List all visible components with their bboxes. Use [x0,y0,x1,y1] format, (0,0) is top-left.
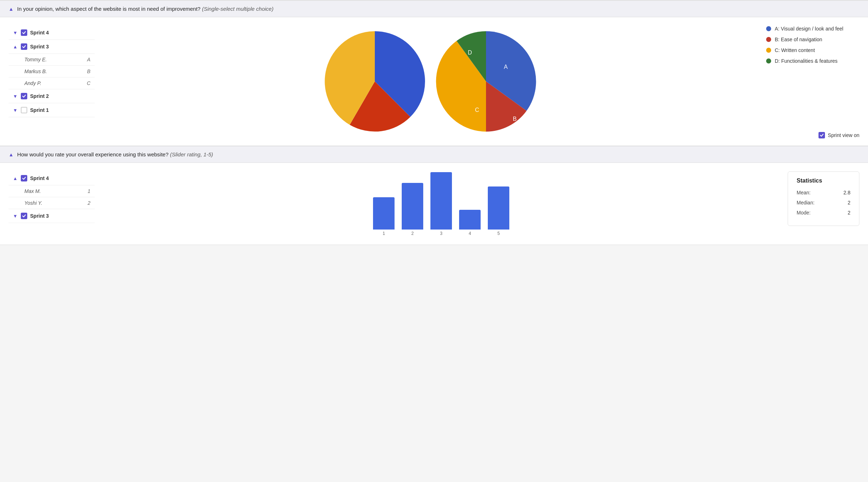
pie-label-b: B [513,116,517,122]
bar-label-2: 2 [411,231,414,236]
sprint3-item-q1[interactable]: ▲ Sprint 3 [9,40,95,54]
sprint3-label-q1: Sprint 3 [30,44,49,49]
question1-type: (Single-select multiple choice) [202,6,273,12]
question1-body: ▼ Sprint 4 ▲ Sprint 3 Tommy E. A [0,17,868,146]
median-value: 2 [848,200,850,205]
sprint1-checkbox-q1[interactable] [21,107,27,113]
bar-label-5: 5 [497,231,500,236]
yoshi-answer-q2: 2 [88,200,90,206]
markus-answer-q1: B [87,68,90,74]
statistics-panel: Statistics Mean: 2.8 Median: 2 Mode: 2 [788,171,859,226]
max-name-q2: Max M. [24,188,88,194]
legend-label-b: B: Ease of navigation [775,37,822,42]
bar-5 [488,186,509,230]
legend-dot-c [766,48,771,53]
sprint4-item-q1[interactable]: ▼ Sprint 4 [9,26,95,40]
question2-title-text: How would you rate your overall experien… [17,151,169,157]
question2-title: How would you rate your overall experien… [17,151,213,157]
question2-content: ▲ Sprint 4 Max M. 1 Yoshi Y. 2 ▼ [9,171,859,236]
question2-chevron[interactable]: ▲ [9,152,14,157]
sprint2-checkbox-q1[interactable] [21,93,27,99]
mean-value: 2.8 [844,190,850,195]
stats-median: Median: 2 [797,200,850,205]
sprint1-item-q1[interactable]: ▼ Sprint 1 [9,103,95,117]
legend-item-a: A: Visual design / look and feel [766,26,859,32]
legend-label-d: D: Functionalities & features [775,58,838,64]
sprint3-checkbox-q1[interactable] [21,43,27,50]
respondent-markus-q1: Markus B. B [9,66,95,77]
respondent-andy-q1: Andy P. C [9,77,95,89]
question1-sprint-list: ▼ Sprint 4 ▲ Sprint 3 Tommy E. A [9,26,95,117]
bar-col-5: 5 [488,186,509,236]
legend-dot-a [766,26,771,31]
question2-type: (Slider rating, 1-5) [170,151,213,157]
pie-label-c: C [475,107,479,113]
bar-label-4: 4 [469,231,471,236]
pie-label-a: A [504,64,508,70]
sprint4-label-q1: Sprint 4 [30,30,49,36]
sprint-view-checkbox-q1[interactable] [819,132,825,138]
bar-4 [459,210,481,230]
bar-label-1: 1 [383,231,385,236]
question1-header[interactable]: ▲ In your opinion, which aspect of the w… [0,0,868,17]
sprint3-chevron-q1: ▲ [13,44,18,49]
sprint4-chevron-q1: ▼ [13,30,18,36]
yoshi-name-q2: Yoshi Y. [24,200,88,206]
bar-1 [373,197,395,230]
question1-title-text: In your opinion, which aspect of the web… [17,6,201,12]
sprint4-checkbox-q1[interactable] [21,29,27,36]
andy-answer-q1: C [87,80,90,86]
question1-legend: A: Visual design / look and feel B: Ease… [766,26,859,69]
mode-value: 2 [848,210,850,216]
bar-2 [402,183,423,230]
sprint4-label-q2: Sprint 4 [30,175,49,181]
question1-pie-chart: A B C D [109,26,752,137]
respondent-yoshi-q2: Yoshi Y. 2 [9,197,95,209]
sprint2-item-q1[interactable]: ▼ Sprint 2 [9,89,95,103]
question1-chevron[interactable]: ▲ [9,6,14,12]
sprint3-label-q2: Sprint 3 [30,213,49,219]
respondent-max-q2: Max M. 1 [9,185,95,197]
sprint3-item-q2[interactable]: ▼ Sprint 3 [9,209,95,223]
legend-item-c: C: Written content [766,47,859,53]
sprint3-checkbox-q2[interactable] [21,213,27,219]
stats-title: Statistics [797,178,850,184]
bar-col-4: 4 [459,210,481,236]
bar-col-1: 1 [373,197,395,236]
sprint1-chevron-q1: ▼ [13,108,18,113]
pie-chart-final: A B C D [430,26,542,137]
question2-header[interactable]: ▲ How would you rate your overall experi… [0,146,868,163]
sprint2-chevron-q1: ▼ [13,94,18,99]
mean-label: Mean: [797,190,811,195]
sprint4-checkbox-q2[interactable] [21,175,27,181]
stats-mean: Mean: 2.8 [797,190,850,195]
legend-dot-b [766,37,771,42]
markus-name-q1: Markus B. [24,68,87,74]
question1-content: ▼ Sprint 4 ▲ Sprint 3 Tommy E. A [9,26,859,137]
sprint2-label-q1: Sprint 2 [30,93,49,99]
mode-label: Mode: [797,210,811,216]
respondent-tommy-q1: Tommy E. A [9,54,95,66]
bar-label-3: 3 [440,231,443,236]
bar-3 [430,172,452,230]
tommy-name-q1: Tommy E. [24,57,87,62]
sprint4-chevron-q2: ▲ [13,176,18,181]
sprint-view-label-q1: Sprint view on [828,132,859,138]
question2-body: ▲ Sprint 4 Max M. 1 Yoshi Y. 2 ▼ [0,163,868,245]
legend-label-c: C: Written content [775,47,815,53]
sprint4-item-q2[interactable]: ▲ Sprint 4 [9,171,95,185]
sprint-view-badge-q1: Sprint view on [819,132,859,138]
bar-col-2: 2 [402,183,423,236]
sprint1-label-q1: Sprint 1 [30,107,49,113]
sprint3-chevron-q2: ▼ [13,213,18,219]
legend-item-b: B: Ease of navigation [766,37,859,42]
max-answer-q2: 1 [88,188,90,194]
tommy-answer-q1: A [87,57,90,62]
legend-item-d: D: Functionalities & features [766,58,859,64]
pie-label-d: D [468,49,472,56]
pie-svg [319,26,430,137]
bar-col-3: 3 [430,172,452,236]
andy-name-q1: Andy P. [24,80,87,86]
legend-dot-d [766,58,771,63]
median-label: Median: [797,200,815,205]
